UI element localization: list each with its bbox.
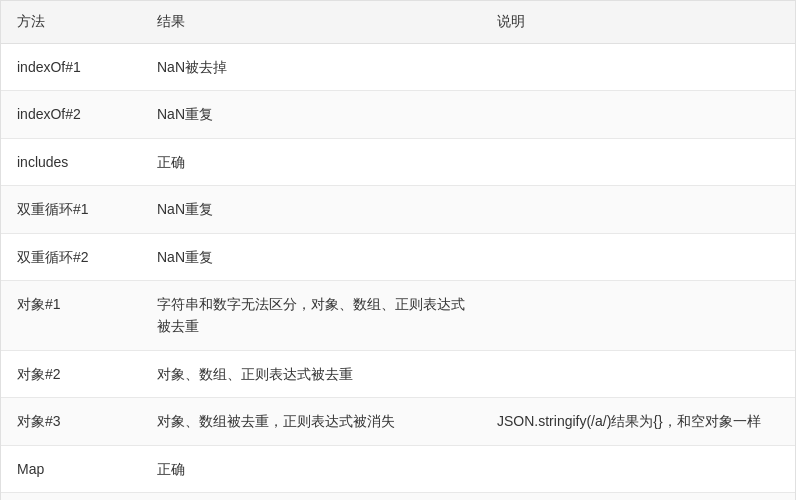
cell-result: 对象、数组被去重，正则表达式被消失 [141,398,481,445]
cell-method: includes [1,138,141,185]
cell-method: 双重循环#1 [1,186,141,233]
table-row: indexOf#1NaN被去掉 [1,44,795,91]
cell-note [481,233,795,280]
cell-result: NaN重复 [141,91,481,138]
cell-note [481,91,795,138]
cell-note [481,44,795,91]
cell-method: 对象#1 [1,280,141,350]
cell-note [481,350,795,397]
cell-method: indexOf#2 [1,91,141,138]
cell-method: 对象#3 [1,398,141,445]
main-table-container: 方法 结果 说明 indexOf#1NaN被去掉indexOf#2NaN重复in… [0,0,796,500]
cell-result: 正确 [141,138,481,185]
header-note: 说明 [481,1,795,44]
table-row: 双重循环#2NaN重复 [1,233,795,280]
cell-result: NaN重复 [141,233,481,280]
header-result: 结果 [141,1,481,44]
header-method: 方法 [1,1,141,44]
table-row: indexOf#2NaN重复 [1,91,795,138]
cell-note [481,492,795,500]
table-row: 对象#2对象、数组、正则表达式被去重 [1,350,795,397]
cell-note [481,280,795,350]
cell-result: NaN重复 [141,186,481,233]
cell-result: 正确 [141,492,481,500]
cell-note [481,186,795,233]
cell-note [481,445,795,492]
cell-note: JSON.stringify(/a/)结果为{}，和空对象一样 [481,398,795,445]
cell-result: 对象、数组、正则表达式被去重 [141,350,481,397]
cell-method: Set [1,492,141,500]
cell-method: 对象#2 [1,350,141,397]
cell-method: Map [1,445,141,492]
table-row: 对象#1字符串和数字无法区分，对象、数组、正则表达式被去重 [1,280,795,350]
cell-result: 正确 [141,445,481,492]
table-row: 双重循环#1NaN重复 [1,186,795,233]
table-row: Map正确 [1,445,795,492]
table-row: includes正确 [1,138,795,185]
table-row: 对象#3对象、数组被去重，正则表达式被消失JSON.stringify(/a/)… [1,398,795,445]
cell-result: 字符串和数字无法区分，对象、数组、正则表达式被去重 [141,280,481,350]
table-row: Set正确 [1,492,795,500]
cell-note [481,138,795,185]
cell-method: indexOf#1 [1,44,141,91]
comparison-table: 方法 结果 说明 indexOf#1NaN被去掉indexOf#2NaN重复in… [1,1,795,500]
table-header-row: 方法 结果 说明 [1,1,795,44]
cell-result: NaN被去掉 [141,44,481,91]
cell-method: 双重循环#2 [1,233,141,280]
